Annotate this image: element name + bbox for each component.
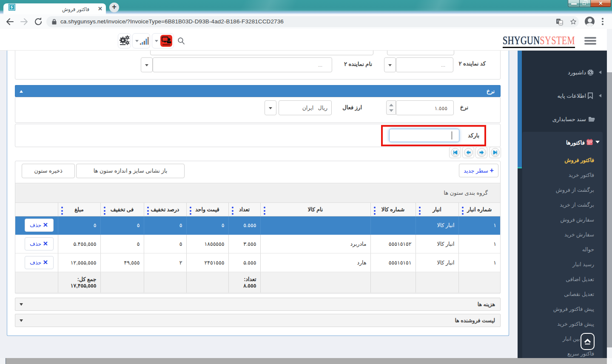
svg-text:ت: ت — [560, 21, 563, 24]
